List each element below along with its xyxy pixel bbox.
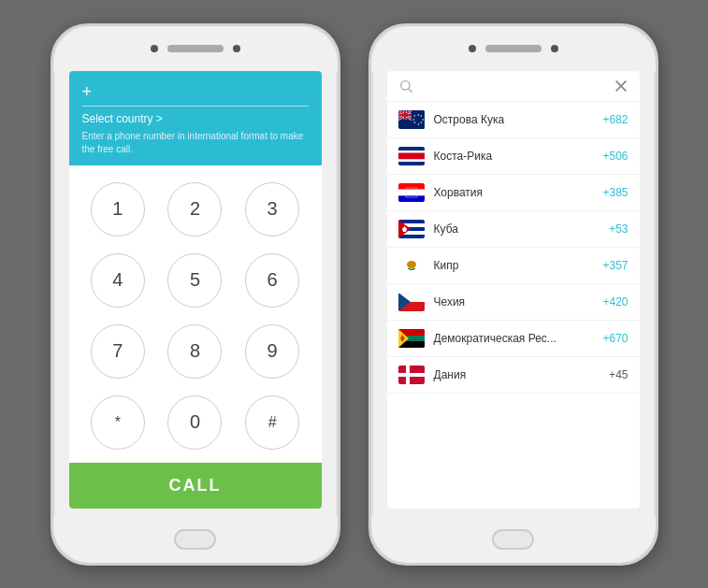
key-3[interactable]: 3 [245, 182, 299, 237]
svg-line-1 [409, 89, 412, 93]
country-item-7[interactable]: Дания+45 [387, 357, 640, 394]
flag-czech [398, 293, 425, 311]
home-button[interactable] [174, 529, 216, 550]
keypad: 123456789*0# [69, 165, 322, 463]
search-bar [387, 71, 640, 102]
search-icon [398, 79, 413, 93]
svg-rect-25 [398, 159, 425, 162]
key-8[interactable]: 8 [167, 324, 222, 379]
phone-top-bar-right [371, 26, 656, 71]
hint-text: Enter a phone number in international fo… [82, 130, 309, 156]
phone-bottom-bar [53, 516, 338, 563]
country-code-7: +45 [609, 368, 628, 381]
country-code-4: +357 [602, 259, 628, 272]
dialer-header: + Select country > Enter a phone number … [69, 71, 322, 165]
camera-dot [151, 45, 158, 52]
key-*[interactable]: * [91, 395, 145, 450]
country-name-7: Дания [434, 368, 600, 381]
country-code-6: +670 [602, 332, 628, 345]
dialer-screen: + Select country > Enter a phone number … [69, 71, 322, 509]
phone-top-bar [53, 26, 338, 71]
key-7[interactable]: 7 [91, 324, 145, 379]
country-name-1: Коста-Рика [434, 150, 594, 163]
svg-rect-24 [398, 152, 425, 159]
call-button[interactable]: CALL [69, 463, 322, 509]
country-item-3[interactable]: Куба+53 [387, 211, 640, 248]
key-2[interactable]: 2 [167, 182, 222, 237]
flag-cuba [398, 220, 425, 238]
country-list: ★ ★ ★ ★ ★ ★ ★ ★ Острова Кука+682 Коста-Р… [387, 102, 640, 509]
flag-dem-rep [398, 329, 425, 348]
country-item-1[interactable]: Коста-Рика+506 [387, 138, 640, 175]
key-5[interactable]: 5 [167, 253, 222, 308]
select-country-label[interactable]: Select country > [82, 112, 309, 125]
country-code-3: +53 [609, 222, 628, 236]
country-name-0: Острова Кука [434, 113, 594, 126]
key-0[interactable]: 0 [167, 395, 222, 450]
svg-text:★: ★ [412, 121, 415, 124]
header-divider [82, 106, 309, 107]
country-code-0: +682 [602, 113, 628, 126]
country-item-4[interactable]: Кипр+357 [387, 248, 640, 284]
flag-cyprus [398, 256, 425, 275]
svg-text:★: ★ [416, 122, 419, 125]
country-item-2[interactable]: Хорватия+385 [387, 175, 640, 211]
svg-text:★: ★ [412, 114, 415, 118]
sensor-dot-right [551, 45, 558, 52]
flag-croatia [398, 183, 425, 202]
camera-dot-right [469, 45, 476, 52]
right-phone: ★ ★ ★ ★ ★ ★ ★ ★ Острова Кука+682 Коста-Р… [368, 23, 658, 566]
svg-point-39 [407, 261, 416, 268]
phone-bottom-bar-right [371, 516, 656, 563]
svg-text:★: ★ [412, 117, 414, 121]
country-list-screen: ★ ★ ★ ★ ★ ★ ★ ★ Острова Кука+682 Коста-Р… [387, 71, 640, 509]
plus-symbol: + [82, 82, 309, 102]
country-code-2: +385 [602, 186, 628, 199]
close-icon[interactable] [614, 79, 629, 93]
home-button-right[interactable] [492, 529, 534, 550]
key-1[interactable]: 1 [91, 182, 145, 237]
speaker-bar [167, 45, 224, 52]
key-4[interactable]: 4 [91, 253, 145, 308]
speaker-bar-right [485, 45, 542, 52]
svg-rect-27 [398, 183, 425, 190]
key-9[interactable]: 9 [245, 324, 299, 379]
svg-rect-23 [398, 151, 425, 153]
svg-text:★: ★ [420, 121, 423, 124]
country-name-5: Чехия [434, 295, 594, 308]
key-6[interactable]: 6 [245, 253, 299, 308]
country-code-5: +420 [602, 295, 628, 308]
key-#[interactable]: # [245, 395, 299, 450]
flag-costarica [398, 147, 425, 165]
svg-rect-50 [398, 373, 425, 377]
flag-cook: ★ ★ ★ ★ ★ ★ ★ ★ [398, 110, 425, 129]
svg-rect-12 [404, 110, 406, 120]
svg-rect-29 [398, 195, 425, 202]
svg-point-0 [400, 80, 409, 89]
flag-denmark [398, 366, 425, 384]
country-name-2: Хорватия [434, 186, 594, 199]
country-item-0[interactable]: ★ ★ ★ ★ ★ ★ ★ ★ Острова Кука+682 [387, 102, 640, 138]
country-name-6: Демократическая Рес... [434, 332, 594, 345]
left-phone: + Select country > Enter a phone number … [51, 23, 340, 566]
country-item-5[interactable]: Чехия+420 [387, 284, 640, 321]
country-name-3: Куба [434, 222, 600, 236]
svg-rect-26 [398, 162, 425, 165]
country-code-1: +506 [602, 150, 628, 163]
svg-rect-28 [398, 189, 425, 195]
country-item-6[interactable]: Демократическая Рес...+670 [387, 321, 640, 357]
svg-text:★: ★ [416, 112, 419, 116]
country-name-4: Кипр [434, 259, 594, 272]
svg-rect-22 [398, 147, 425, 151]
sensor-dot [233, 45, 240, 52]
